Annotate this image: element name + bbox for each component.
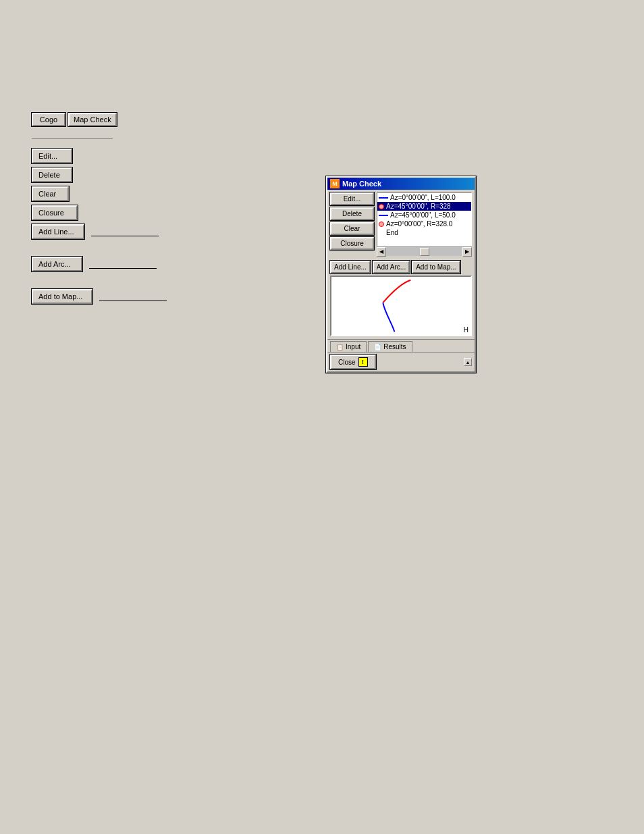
dlg-add-to-map-button[interactable]: Add to Map... bbox=[412, 261, 460, 273]
close-button[interactable]: Close ! bbox=[330, 355, 376, 369]
closure-button[interactable]: Closure bbox=[32, 205, 78, 220]
scroll-left-button[interactable]: ◀ bbox=[377, 247, 386, 257]
list-item-text: End bbox=[379, 229, 398, 236]
dialog-top: Edit... Delete Clear Closure Az=0°00'00"… bbox=[327, 190, 475, 259]
list-container: Az=0°00'00", L=100.0 Az=45°00'00", R=328… bbox=[377, 192, 472, 256]
dialog-add-buttons: Add Line... Add Arc... Add to Map... bbox=[327, 259, 475, 276]
dlg-add-line-button[interactable]: Add Line... bbox=[330, 261, 371, 273]
add-line-input[interactable] bbox=[91, 228, 159, 236]
add-line-row: Add Line... bbox=[32, 224, 167, 239]
list-item[interactable]: Az=0°00'00", L=100.0 bbox=[377, 193, 471, 202]
tab-results-label: Results bbox=[383, 343, 406, 350]
add-to-map-row: Add to Map... bbox=[32, 289, 167, 304]
dlg-closure-button[interactable]: Closure bbox=[330, 237, 374, 250]
add-to-map-input[interactable] bbox=[99, 292, 167, 301]
add-arc-button[interactable]: Add Arc... bbox=[32, 257, 82, 271]
scroll-up-button[interactable]: ▲ bbox=[464, 358, 472, 366]
add-to-map-button[interactable]: Add to Map... bbox=[32, 289, 92, 304]
scrollbar-thumb[interactable] bbox=[420, 248, 429, 256]
dlg-clear-button[interactable]: Clear bbox=[330, 222, 374, 235]
arc-icon bbox=[379, 204, 384, 209]
dialog-left-buttons: Edit... Delete Clear Closure bbox=[330, 192, 374, 256]
arc-icon bbox=[379, 221, 384, 227]
scrollbar-track[interactable] bbox=[386, 247, 462, 256]
tab-input-label: Input bbox=[346, 343, 360, 350]
add-arc-input[interactable] bbox=[89, 260, 157, 269]
delete-button[interactable]: Delete bbox=[32, 167, 72, 182]
line-icon bbox=[379, 197, 388, 199]
preview-area: H bbox=[330, 276, 472, 336]
map-check-button[interactable]: Map Check bbox=[68, 113, 117, 126]
toolbar-divider bbox=[32, 138, 113, 139]
dialog-body: Edit... Delete Clear Closure Az=0°00'00"… bbox=[327, 190, 475, 371]
list-item[interactable]: Az=45°00'00", R=328 bbox=[377, 202, 471, 211]
map-check-dialog: M Map Check Edit... Delete Clear Closure… bbox=[326, 176, 476, 373]
dialog-icon: M bbox=[330, 179, 340, 188]
preview-svg bbox=[331, 277, 471, 335]
tab-input-icon: 📋 bbox=[336, 344, 344, 350]
edit-button[interactable]: Edit... bbox=[32, 149, 72, 163]
horizontal-scrollbar[interactable]: ◀ ▶ bbox=[377, 246, 472, 256]
tab-results[interactable]: 📄 Results bbox=[368, 341, 412, 352]
tab-input[interactable]: 📋 Input bbox=[330, 341, 367, 352]
list-item-text: Az=45°00'00", L=50.0 bbox=[390, 211, 456, 219]
line-icon bbox=[379, 215, 388, 216]
cogo-button[interactable]: Cogo bbox=[32, 113, 65, 126]
list-item-end[interactable]: End bbox=[377, 228, 471, 237]
list-item-text: Az=45°00'00", R=328 bbox=[386, 203, 451, 210]
scroll-right-button[interactable]: ▶ bbox=[462, 247, 472, 257]
clear-button[interactable]: Clear bbox=[32, 186, 69, 201]
list-item[interactable]: Az=45°00'00", L=50.0 bbox=[377, 211, 471, 219]
toolbar: Cogo Map Check bbox=[32, 113, 117, 126]
list-item-text: Az=0°00'00", L=100.0 bbox=[390, 194, 456, 201]
dialog-title: Map Check bbox=[342, 180, 381, 188]
dlg-edit-button[interactable]: Edit... bbox=[330, 192, 374, 205]
close-label: Close bbox=[338, 359, 356, 366]
dialog-titlebar[interactable]: M Map Check bbox=[327, 178, 475, 190]
list-item[interactable]: Az=0°00'00", R=328.0 bbox=[377, 219, 471, 228]
tab-results-icon: 📄 bbox=[374, 344, 381, 350]
left-panel: Edit... Delete Clear Closure Add Line...… bbox=[32, 149, 167, 308]
dialog-list[interactable]: Az=0°00'00", L=100.0 Az=45°00'00", R=328… bbox=[377, 192, 472, 246]
add-arc-row: Add Arc... bbox=[32, 257, 167, 271]
dialog-close-bar: Close ! ▲ bbox=[327, 352, 475, 371]
dlg-delete-button[interactable]: Delete bbox=[330, 207, 374, 220]
add-line-button[interactable]: Add Line... bbox=[32, 224, 84, 239]
warning-icon: ! bbox=[358, 357, 368, 367]
dialog-tabs: 📋 Input 📄 Results bbox=[327, 339, 475, 352]
preview-h-label: H bbox=[464, 326, 468, 334]
dlg-add-arc-button[interactable]: Add Arc... bbox=[373, 261, 410, 273]
list-item-text: Az=0°00'00", R=328.0 bbox=[386, 220, 452, 228]
